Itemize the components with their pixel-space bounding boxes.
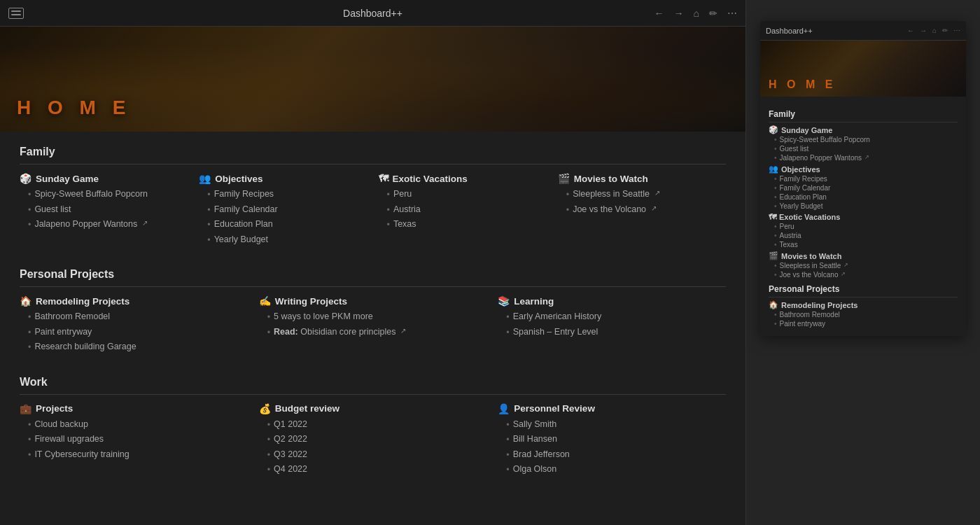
list-item[interactable]: Education Plan [774, 193, 958, 201]
mini-objectives-list: Family Recipes Family Calendar Education… [769, 175, 958, 210]
app-title: Dashboard++ [343, 8, 402, 19]
list-item[interactable]: Joe vs the Volcano↗ [566, 204, 726, 217]
learning-title[interactable]: 📚 Learning [498, 295, 726, 307]
remodeling-projects-title[interactable]: 🏠 Remodeling Projects [20, 295, 248, 307]
list-item[interactable]: Jalapeno Popper Wantons↗ [28, 218, 188, 232]
external-link-icon: ↗ [864, 154, 869, 160]
list-item[interactable]: Read: Obisidian core principles↗ [267, 326, 487, 340]
list-item[interactable]: IT Cybersecurity training [28, 449, 248, 462]
list-item[interactable]: Early American History [506, 311, 726, 324]
work-projects-icon: 💼 [20, 403, 31, 414]
list-item[interactable]: Paint entryway [774, 320, 958, 328]
personnel-review-list: Sally Smith Bill Hansen Brad Jefferson O… [498, 419, 726, 477]
list-item[interactable]: Texas [774, 241, 958, 248]
list-item[interactable]: Cloud backup [28, 419, 248, 432]
list-item[interactable]: 5 ways to love PKM more [267, 311, 487, 324]
mini-title-bar-icons: ← → ⌂ ✏ ⋯ [907, 27, 960, 34]
list-item[interactable]: Research building Garage [28, 341, 248, 354]
hero-title: H O M E [17, 97, 131, 119]
work-projects-title[interactable]: 💼 Projects [20, 403, 248, 414]
mini-back-button[interactable]: ← [907, 27, 914, 34]
exotic-vacations-list: Peru Austria Texas [379, 188, 547, 232]
list-item[interactable]: Guest list [774, 145, 958, 153]
learning-card: 📚 Learning Early American History Spanis… [498, 295, 726, 356]
mini-sunday-game-title[interactable]: 🎲 Sunday Game [769, 125, 958, 134]
family-section-header: Family [20, 146, 726, 164]
list-item[interactable]: Yearly Budget [207, 234, 367, 247]
list-item[interactable]: Bathroom Remodel [28, 311, 248, 324]
exotic-vacations-title[interactable]: 🗺 Exotic Vacations [379, 173, 547, 184]
main-panel: Dashboard++ ← → ⌂ ✏ ⋯ H O M E Family 🎲 S… [0, 0, 746, 525]
list-item[interactable]: Sally Smith [506, 419, 726, 432]
edit-button[interactable]: ✏ [709, 8, 718, 19]
list-item[interactable]: Spicy-Sweet Buffalo Popcorn [28, 188, 188, 202]
list-item[interactable]: Paint entryway [28, 326, 248, 340]
mini-remodeling-projects-icon: 🏠 [769, 300, 778, 309]
list-item[interactable]: Family Recipes [774, 175, 958, 183]
list-item[interactable]: Q4 2022 [267, 463, 487, 477]
list-item[interactable]: Spicy-Sweet Buffalo Popcorn [774, 136, 958, 144]
list-item[interactable]: Yearly Budget [774, 202, 958, 210]
forward-button[interactable]: → [674, 8, 684, 19]
budget-review-card: 💰 Budget review Q1 2022 Q2 2022 Q3 2022 … [259, 403, 487, 479]
mini-movies-to-watch-list: Sleepless in Seattle ↗ Joe vs the Volcan… [769, 262, 958, 279]
mini-forward-button[interactable]: → [920, 27, 927, 34]
mini-remodeling-projects-title[interactable]: 🏠 Remodeling Projects [769, 300, 958, 309]
list-item[interactable]: Peru [774, 223, 958, 230]
home-button[interactable]: ⌂ [694, 8, 699, 19]
writing-projects-list: 5 ways to love PKM more Read: Obisidian … [259, 311, 487, 339]
budget-review-title[interactable]: 💰 Budget review [259, 403, 487, 414]
back-button[interactable]: ← [654, 8, 664, 19]
remodeling-projects-icon: 🏠 [20, 295, 31, 307]
mini-personal-projects-header: Personal Projects [769, 284, 958, 298]
list-item[interactable]: Bathroom Remodel [774, 311, 958, 318]
list-item[interactable]: Family Calendar [774, 184, 958, 192]
mini-objectives-title[interactable]: 👥 Objectives [769, 164, 958, 174]
list-item[interactable]: Q3 2022 [267, 449, 487, 462]
more-options-button[interactable]: ⋯ [727, 8, 737, 19]
writing-projects-card: ✍ Writing Projects 5 ways to love PKM mo… [259, 295, 487, 356]
list-item[interactable]: Spanish – Entry Level [506, 326, 726, 340]
mini-more-button[interactable]: ⋯ [953, 27, 960, 34]
list-item[interactable]: Peru [387, 188, 547, 202]
mini-title-bar: Dashboard++ ← → ⌂ ✏ ⋯ [760, 21, 966, 41]
external-link-icon: ↗ [654, 188, 660, 198]
list-item[interactable]: Sleepless in Seattle ↗ [774, 262, 958, 270]
list-item[interactable]: Austria [774, 232, 958, 239]
mini-app-title: Dashboard++ [766, 27, 813, 35]
list-item[interactable]: Joe vs the Volcano ↗ [774, 271, 958, 279]
work-section: Work 💼 Projects Cloud backup Firewall up… [20, 376, 726, 479]
objectives-icon: 👥 [199, 173, 211, 184]
list-item[interactable]: Q2 2022 [267, 433, 487, 447]
list-item[interactable]: Education Plan [207, 218, 367, 232]
personnel-review-icon: 👤 [498, 403, 510, 414]
list-item[interactable]: Olga Olson [506, 463, 726, 477]
main-content: Family 🎲 Sunday Game Spicy-Sweet Buffalo… [0, 132, 746, 525]
mini-exotic-vacations-title[interactable]: 🗺 Exotic Vacations [769, 213, 958, 221]
mini-sunday-game-list: Spicy-Sweet Buffalo Popcorn Guest list J… [769, 136, 958, 162]
mini-home-button[interactable]: ⌂ [932, 27, 937, 34]
list-item[interactable]: Family Recipes [207, 188, 367, 202]
list-item[interactable]: Texas [387, 218, 547, 232]
list-item[interactable]: Family Calendar [207, 204, 367, 217]
personal-projects-section: Personal Projects 🏠 Remodeling Projects … [20, 268, 726, 356]
movies-to-watch-list: Sleepless in Seattle↗ Joe vs the Volcano… [558, 188, 726, 216]
list-item[interactable]: Firewall upgrades [28, 433, 248, 447]
list-item[interactable]: Austria [387, 204, 547, 217]
list-item[interactable]: Bill Hansen [506, 433, 726, 447]
objectives-title[interactable]: 👥 Objectives [199, 173, 367, 184]
list-item[interactable]: Brad Jefferson [506, 449, 726, 462]
work-grid: 💼 Projects Cloud backup Firewall upgrade… [20, 403, 726, 479]
mini-movies-to-watch-title[interactable]: 🎬 Movies to Watch [769, 251, 958, 260]
learning-icon: 📚 [498, 295, 510, 307]
personnel-review-title[interactable]: 👤 Personnel Review [498, 403, 726, 414]
movies-to-watch-title[interactable]: 🎬 Movies to Watch [558, 173, 726, 184]
list-item[interactable]: Q1 2022 [267, 419, 487, 432]
list-item[interactable]: Guest list [28, 204, 188, 217]
sunday-game-title[interactable]: 🎲 Sunday Game [20, 173, 188, 184]
list-item[interactable]: Sleepless in Seattle↗ [566, 188, 726, 202]
mini-edit-button[interactable]: ✏ [942, 27, 948, 34]
sidebar-toggle-button[interactable] [8, 8, 24, 19]
writing-projects-title[interactable]: ✍ Writing Projects [259, 295, 487, 307]
list-item[interactable]: Jalapeno Popper Wantons ↗ [774, 154, 958, 162]
